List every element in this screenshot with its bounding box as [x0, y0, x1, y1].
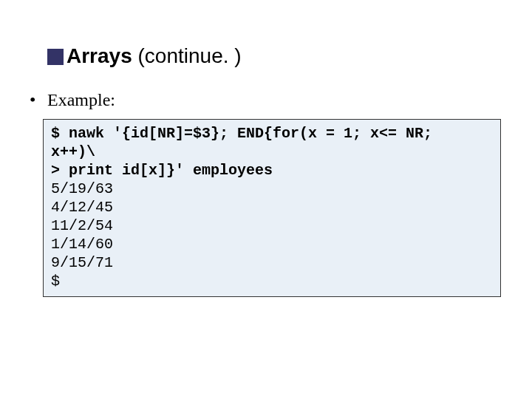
- code-box: $ nawk '{id[NR]=$3}; END{for(x = 1; x<= …: [43, 119, 501, 297]
- slide: Arrays (continue. ) • Example: $ nawk '{…: [0, 0, 532, 399]
- output-line-5: $: [51, 273, 60, 290]
- example-bullet: • Example:: [30, 90, 510, 110]
- command-line-0: $ nawk '{id[NR]=$3}; END{for(x = 1; x<= …: [51, 125, 432, 142]
- bullet-marker: •: [30, 90, 43, 110]
- slide-title: Arrays (continue. ): [66, 44, 510, 68]
- title-suffix: (continue. ): [138, 44, 242, 67]
- output-line-2: 11/2/54: [51, 217, 113, 234]
- title-accent-icon: [47, 49, 64, 65]
- output-line-1: 4/12/45: [51, 199, 113, 216]
- output-line-3: 1/14/60: [51, 236, 113, 253]
- command-line-1: x++)\: [51, 143, 95, 160]
- output-line-4: 9/15/71: [51, 254, 113, 271]
- output-line-0: 5/19/63: [51, 180, 113, 197]
- title-main: Arrays: [66, 44, 132, 67]
- command-line-2: > print id[x]}' employees: [51, 162, 273, 179]
- title-block: Arrays (continue. ): [66, 44, 510, 68]
- bullet-label: Example:: [47, 90, 115, 109]
